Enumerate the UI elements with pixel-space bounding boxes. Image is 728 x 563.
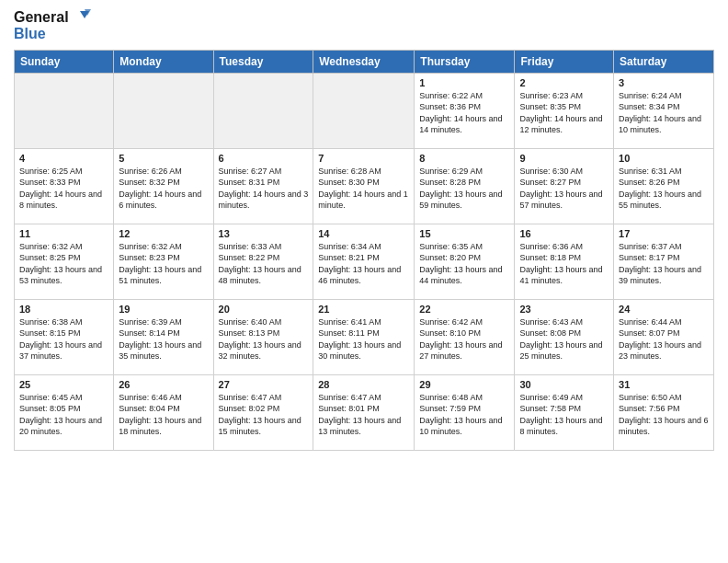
day-number: 2 [519, 77, 609, 88]
day-info: Sunrise: 6:41 AM Sunset: 8:11 PM Dayligh… [318, 316, 409, 362]
day-number: 16 [519, 228, 609, 239]
calendar-cell: 27Sunrise: 6:47 AM Sunset: 8:02 PM Dayli… [213, 374, 313, 450]
calendar-cell: 8Sunrise: 6:29 AM Sunset: 8:28 PM Daylig… [415, 148, 515, 224]
day-number: 12 [119, 228, 208, 239]
day-info: Sunrise: 6:40 AM Sunset: 8:13 PM Dayligh… [219, 316, 309, 362]
col-header-tuesday: Tuesday [213, 50, 313, 73]
day-info: Sunrise: 6:47 AM Sunset: 8:02 PM Dayligh… [219, 392, 309, 438]
day-number: 21 [318, 304, 409, 315]
calendar-week-1: 4Sunrise: 6:25 AM Sunset: 8:33 PM Daylig… [15, 148, 714, 224]
calendar-cell: 2Sunrise: 6:23 AM Sunset: 8:35 PM Daylig… [515, 73, 614, 148]
calendar-cell: 10Sunrise: 6:31 AM Sunset: 8:26 PM Dayli… [614, 148, 714, 224]
day-info: Sunrise: 6:49 AM Sunset: 7:58 PM Dayligh… [519, 392, 609, 438]
day-number: 29 [419, 379, 509, 390]
day-info: Sunrise: 6:32 AM Sunset: 8:25 PM Dayligh… [19, 241, 108, 287]
day-number: 27 [219, 379, 309, 390]
day-info: Sunrise: 6:47 AM Sunset: 8:01 PM Dayligh… [318, 392, 409, 438]
day-info: Sunrise: 6:38 AM Sunset: 8:15 PM Dayligh… [19, 316, 108, 362]
logo-line1: General [14, 9, 69, 26]
day-info: Sunrise: 6:45 AM Sunset: 8:05 PM Dayligh… [19, 392, 108, 438]
day-info: Sunrise: 6:37 AM Sunset: 8:17 PM Dayligh… [619, 241, 709, 287]
logo-line2: Blue [14, 26, 91, 42]
day-number: 7 [318, 153, 409, 164]
day-number: 3 [619, 77, 709, 88]
day-info: Sunrise: 6:44 AM Sunset: 8:07 PM Dayligh… [619, 316, 709, 362]
day-number: 28 [318, 379, 409, 390]
calendar-cell: 30Sunrise: 6:49 AM Sunset: 7:58 PM Dayli… [515, 374, 614, 450]
day-info: Sunrise: 6:34 AM Sunset: 8:21 PM Dayligh… [318, 241, 409, 287]
day-info: Sunrise: 6:36 AM Sunset: 8:18 PM Dayligh… [519, 241, 609, 287]
day-info: Sunrise: 6:28 AM Sunset: 8:30 PM Dayligh… [318, 166, 409, 212]
day-info: Sunrise: 6:50 AM Sunset: 7:56 PM Dayligh… [619, 392, 709, 438]
day-info: Sunrise: 6:25 AM Sunset: 8:33 PM Dayligh… [19, 166, 108, 212]
calendar-cell: 9Sunrise: 6:30 AM Sunset: 8:27 PM Daylig… [515, 148, 614, 224]
day-info: Sunrise: 6:35 AM Sunset: 8:20 PM Dayligh… [419, 241, 509, 287]
calendar-cell: 6Sunrise: 6:27 AM Sunset: 8:31 PM Daylig… [213, 148, 313, 224]
calendar-cell [213, 73, 313, 148]
logo-text: General Blue [14, 9, 91, 42]
day-info: Sunrise: 6:43 AM Sunset: 8:08 PM Dayligh… [519, 316, 609, 362]
day-info: Sunrise: 6:23 AM Sunset: 8:35 PM Dayligh… [519, 90, 609, 136]
calendar-cell: 19Sunrise: 6:39 AM Sunset: 8:14 PM Dayli… [114, 299, 213, 374]
day-info: Sunrise: 6:33 AM Sunset: 8:22 PM Dayligh… [219, 241, 309, 287]
col-header-wednesday: Wednesday [313, 50, 415, 73]
day-number: 4 [19, 153, 108, 164]
calendar-week-3: 18Sunrise: 6:38 AM Sunset: 8:15 PM Dayli… [15, 299, 714, 374]
col-header-saturday: Saturday [614, 50, 714, 73]
col-header-sunday: Sunday [15, 50, 114, 73]
day-info: Sunrise: 6:48 AM Sunset: 7:59 PM Dayligh… [419, 392, 509, 438]
calendar-cell [15, 73, 114, 148]
calendar-cell: 15Sunrise: 6:35 AM Sunset: 8:20 PM Dayli… [415, 224, 515, 299]
day-info: Sunrise: 6:46 AM Sunset: 8:04 PM Dayligh… [119, 392, 208, 438]
day-number: 15 [419, 228, 509, 239]
calendar-cell: 20Sunrise: 6:40 AM Sunset: 8:13 PM Dayli… [213, 299, 313, 374]
day-info: Sunrise: 6:22 AM Sunset: 8:36 PM Dayligh… [419, 90, 509, 136]
col-header-friday: Friday [515, 50, 614, 73]
day-number: 1 [419, 77, 509, 88]
calendar-cell: 22Sunrise: 6:42 AM Sunset: 8:10 PM Dayli… [415, 299, 515, 374]
day-info: Sunrise: 6:30 AM Sunset: 8:27 PM Dayligh… [519, 166, 609, 212]
day-info: Sunrise: 6:39 AM Sunset: 8:14 PM Dayligh… [119, 316, 208, 362]
calendar-cell [114, 73, 213, 148]
day-number: 5 [119, 153, 208, 164]
day-info: Sunrise: 6:42 AM Sunset: 8:10 PM Dayligh… [419, 316, 509, 362]
day-number: 18 [19, 304, 108, 315]
col-header-monday: Monday [114, 50, 213, 73]
calendar-cell: 28Sunrise: 6:47 AM Sunset: 8:01 PM Dayli… [313, 374, 415, 450]
logo: General Blue [14, 9, 91, 42]
day-info: Sunrise: 6:32 AM Sunset: 8:23 PM Dayligh… [119, 241, 208, 287]
day-info: Sunrise: 6:29 AM Sunset: 8:28 PM Dayligh… [419, 166, 509, 212]
day-info: Sunrise: 6:24 AM Sunset: 8:34 PM Dayligh… [619, 90, 709, 136]
calendar-cell: 16Sunrise: 6:36 AM Sunset: 8:18 PM Dayli… [515, 224, 614, 299]
logo-bird-icon [71, 9, 91, 26]
calendar-cell: 21Sunrise: 6:41 AM Sunset: 8:11 PM Dayli… [313, 299, 415, 374]
day-number: 31 [619, 379, 709, 390]
day-info: Sunrise: 6:26 AM Sunset: 8:32 PM Dayligh… [119, 166, 208, 212]
day-number: 6 [219, 153, 309, 164]
day-info: Sunrise: 6:27 AM Sunset: 8:31 PM Dayligh… [219, 166, 309, 212]
calendar-cell: 1Sunrise: 6:22 AM Sunset: 8:36 PM Daylig… [415, 73, 515, 148]
calendar-header-row: SundayMondayTuesdayWednesdayThursdayFrid… [15, 50, 714, 73]
page-header: General Blue [14, 9, 714, 42]
calendar-cell: 13Sunrise: 6:33 AM Sunset: 8:22 PM Dayli… [213, 224, 313, 299]
day-number: 9 [519, 153, 609, 164]
calendar-table: SundayMondayTuesdayWednesdayThursdayFrid… [14, 50, 714, 451]
day-number: 17 [619, 228, 709, 239]
calendar-cell: 14Sunrise: 6:34 AM Sunset: 8:21 PM Dayli… [313, 224, 415, 299]
day-number: 30 [519, 379, 609, 390]
calendar-cell: 11Sunrise: 6:32 AM Sunset: 8:25 PM Dayli… [15, 224, 114, 299]
calendar-cell [313, 73, 415, 148]
calendar-cell: 31Sunrise: 6:50 AM Sunset: 7:56 PM Dayli… [614, 374, 714, 450]
calendar-cell: 25Sunrise: 6:45 AM Sunset: 8:05 PM Dayli… [15, 374, 114, 450]
calendar-cell: 4Sunrise: 6:25 AM Sunset: 8:33 PM Daylig… [15, 148, 114, 224]
day-number: 23 [519, 304, 609, 315]
calendar-week-2: 11Sunrise: 6:32 AM Sunset: 8:25 PM Dayli… [15, 224, 714, 299]
day-number: 20 [219, 304, 309, 315]
calendar-cell: 18Sunrise: 6:38 AM Sunset: 8:15 PM Dayli… [15, 299, 114, 374]
day-number: 25 [19, 379, 108, 390]
day-number: 11 [19, 228, 108, 239]
day-number: 14 [318, 228, 409, 239]
calendar-week-4: 25Sunrise: 6:45 AM Sunset: 8:05 PM Dayli… [15, 374, 714, 450]
calendar-cell: 12Sunrise: 6:32 AM Sunset: 8:23 PM Dayli… [114, 224, 213, 299]
day-number: 10 [619, 153, 709, 164]
